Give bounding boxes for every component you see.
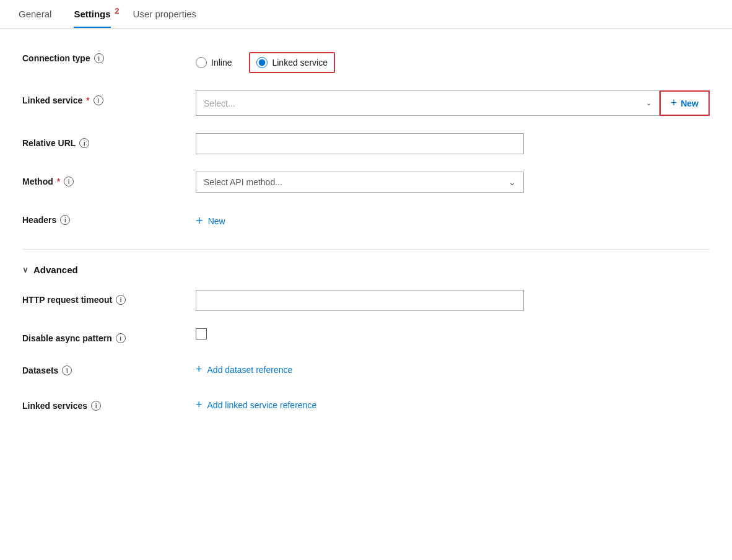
linked-service-highlight: Linked service [249, 52, 335, 73]
datasets-row: Datasets i + Add dataset reference [22, 361, 710, 378]
headers-info-icon[interactable]: i [60, 215, 70, 225]
http-timeout-label: HTTP request timeout i [22, 290, 196, 305]
headers-control: + New [196, 210, 710, 232]
connection-type-label: Connection type i [22, 48, 196, 63]
add-linked-service-ref-button[interactable]: + Add linked service reference [196, 396, 316, 414]
linked-service-info-icon[interactable]: i [94, 95, 103, 105]
radio-linked-service-input[interactable] [256, 57, 268, 68]
headers-plus-icon: + [196, 214, 203, 228]
advanced-toggle[interactable]: ∨ Advanced [22, 265, 710, 275]
method-label: Method * i [22, 172, 196, 186]
advanced-divider [22, 249, 710, 250]
connection-type-control: Inline Linked service [196, 48, 710, 73]
linked-service-select-wrapper: Select... ⌄ + New [196, 90, 710, 116]
radio-linked-service[interactable]: Linked service [256, 57, 328, 68]
method-control: Select API method... ⌄ [196, 172, 710, 193]
add-linked-service-plus-icon: + [196, 398, 203, 411]
add-dataset-plus-icon: + [196, 363, 203, 376]
datasets-label: Datasets i [22, 361, 196, 375]
linked-services-info-icon[interactable]: i [91, 401, 101, 411]
relative-url-input[interactable] [196, 133, 524, 154]
disable-async-control [196, 328, 710, 341]
linked-service-new-button[interactable]: + New [660, 90, 710, 116]
http-timeout-info-icon[interactable]: i [116, 295, 126, 305]
linked-services-label: Linked services i [22, 396, 196, 411]
http-timeout-control [196, 290, 710, 311]
http-timeout-row: HTTP request timeout i [22, 290, 710, 311]
advanced-chevron-icon: ∨ [22, 265, 28, 274]
disable-async-checkbox[interactable] [196, 328, 207, 339]
settings-content: Connection type i Inline Linked service [0, 28, 732, 451]
headers-label: Headers i [22, 210, 196, 225]
radio-inline-input[interactable] [196, 57, 207, 68]
disable-async-info-icon[interactable]: i [116, 333, 126, 343]
headers-new-button[interactable]: + New [196, 210, 225, 232]
settings-badge: 2 [115, 6, 119, 15]
tab-bar: General Settings 2 User properties [0, 0, 732, 28]
add-dataset-button[interactable]: + Add dataset reference [196, 361, 292, 378]
connection-type-info-icon[interactable]: i [94, 53, 104, 63]
connection-type-row: Connection type i Inline Linked service [22, 48, 710, 73]
method-row: Method * i Select API method... ⌄ [22, 172, 710, 193]
disable-async-row: Disable async pattern i [22, 328, 710, 343]
linked-services-row: Linked services i + Add linked service r… [22, 396, 710, 414]
linked-service-chevron-icon: ⌄ [646, 99, 651, 107]
linked-service-label: Linked service * i [22, 90, 196, 105]
headers-row: Headers i + New [22, 210, 710, 232]
radio-inline[interactable]: Inline [196, 57, 232, 68]
relative-url-control [196, 133, 710, 154]
datasets-control: + Add dataset reference [196, 361, 710, 378]
linked-service-select[interactable]: Select... ⌄ [196, 90, 660, 116]
linked-services-control: + Add linked service reference [196, 396, 710, 414]
new-button-plus-icon: + [671, 97, 678, 110]
method-chevron-icon: ⌄ [508, 177, 516, 187]
relative-url-row: Relative URL i [22, 133, 710, 154]
relative-url-info-icon[interactable]: i [79, 138, 89, 148]
tab-user-properties[interactable]: User properties [133, 0, 197, 28]
connection-type-radio-group: Inline Linked service [196, 48, 710, 73]
method-info-icon[interactable]: i [64, 177, 74, 186]
relative-url-label: Relative URL i [22, 133, 196, 148]
tab-general[interactable]: General [19, 0, 51, 28]
advanced-section: ∨ Advanced HTTP request timeout i Disabl… [22, 265, 710, 414]
http-timeout-input[interactable] [196, 290, 524, 311]
linked-service-required: * [86, 95, 89, 105]
linked-service-row: Linked service * i Select... ⌄ + New [22, 90, 710, 116]
method-select[interactable]: Select API method... ⌄ [196, 172, 524, 193]
linked-service-control: Select... ⌄ + New [196, 90, 710, 116]
method-required: * [57, 177, 60, 186]
tab-settings[interactable]: Settings 2 [74, 0, 110, 28]
datasets-info-icon[interactable]: i [62, 365, 72, 375]
disable-async-label: Disable async pattern i [22, 328, 196, 343]
